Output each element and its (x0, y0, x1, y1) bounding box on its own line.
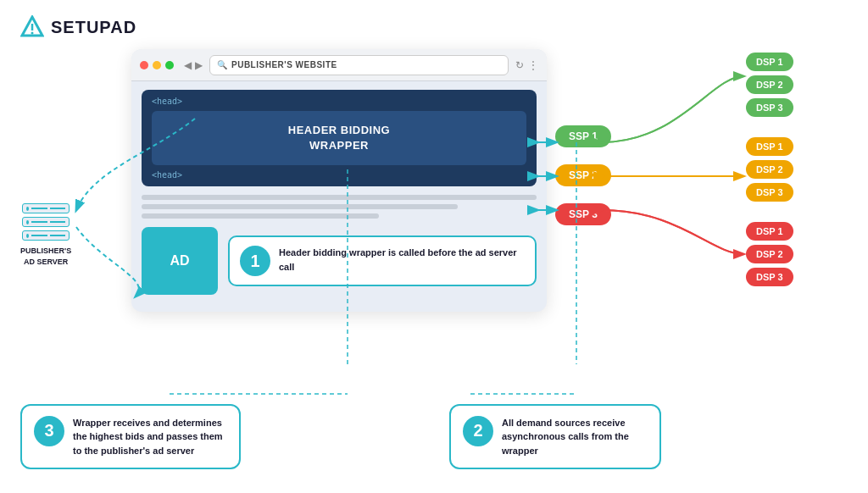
arrow-ad-server-to-browser (76, 227, 139, 296)
step2-callout: 2 All demand sources receive asynchronou… (449, 404, 661, 470)
logo-text: SETUPAD (51, 18, 136, 37)
server-line-4 (50, 221, 65, 223)
header-bidding-box: HEADER BIDDING WRAPPER (152, 111, 526, 165)
server-line (31, 208, 47, 209)
logo-icon (20, 15, 44, 39)
content-line-1 (142, 195, 537, 200)
server-line-6 (50, 235, 65, 236)
step1-number: 1 (240, 246, 270, 276)
browser-toolbar: ◀ ▶ 🔍 PUBLISHER'S WEBSITE ↻ ⋮ (131, 49, 547, 81)
step3-text: Wrapper receives and determines the high… (73, 416, 227, 458)
dot-green (165, 61, 174, 69)
head-tag-close: <head> (152, 170, 526, 180)
ssp1-to-dsp-green (602, 76, 743, 142)
server-line-3 (31, 221, 47, 223)
server-led (26, 207, 29, 211)
step3-number: 3 (34, 416, 64, 446)
ssp-container: SSP 1 SSP 2 SSP 3 (555, 125, 611, 225)
dsp-green-1: DSP 1 (746, 53, 793, 71)
browser-address-bar[interactable]: 🔍 PUBLISHER'S WEBSITE (209, 55, 509, 75)
browser-window: ◀ ▶ 🔍 PUBLISHER'S WEBSITE ↻ ⋮ <head> HEA… (131, 49, 547, 312)
ssp-3: SSP 3 (555, 203, 611, 225)
dsp-red-1: DSP 1 (746, 222, 793, 241)
dsp-yellow-1: DSP 1 (746, 137, 793, 156)
server-rack-2 (22, 217, 70, 227)
server-led-2 (26, 220, 29, 224)
dsp-green-2: DSP 2 (746, 75, 793, 94)
dot-red (140, 61, 148, 69)
dsp-yellow-2: DSP 2 (746, 160, 793, 179)
dsp-yellow-3: DSP 3 (746, 183, 793, 202)
menu-icon[interactable]: ⋮ (528, 59, 538, 71)
browser-actions: ↻ ⋮ (515, 59, 538, 71)
address-text: PUBLISHER'S WEBSITE (231, 60, 337, 69)
ssp3-to-dsp-red-back (602, 210, 743, 254)
ssp3-to-dsp-red (602, 210, 743, 254)
ad-box: AD (142, 227, 218, 295)
server-line-5 (31, 235, 47, 236)
dsp-red-group: DSP 1 DSP 2 DSP 3 (746, 222, 793, 286)
browser-content: <head> HEADER BIDDING WRAPPER <head> AD … (131, 90, 547, 295)
header-bidding-text: HEADER BIDDING WRAPPER (160, 123, 518, 153)
ssp1-to-dsp-green-back (602, 76, 743, 142)
refresh-icon[interactable]: ↻ (515, 59, 524, 71)
logo: SETUPAD (20, 15, 136, 39)
server-line-2 (50, 208, 65, 209)
dsp-green-group: DSP 1 DSP 2 DSP 3 (746, 53, 793, 117)
ssp-1: SSP 1 (555, 125, 611, 147)
dsp-green-3: DSP 3 (746, 98, 793, 117)
dsp-red-3: DSP 3 (746, 268, 793, 286)
head-tag-open: <head> (152, 97, 526, 106)
dot-yellow (153, 61, 161, 69)
ssp-2: SSP 2 (555, 164, 611, 186)
step2-text: All demand sources receive asynchronous … (502, 416, 648, 458)
browser-nav: ◀ ▶ (184, 59, 203, 71)
browser-dots (140, 61, 174, 69)
search-icon: 🔍 (217, 60, 227, 69)
ad-row: AD 1 Header bidding wrapper is called be… (142, 227, 537, 295)
server-rack-3 (22, 230, 70, 241)
nav-forward[interactable]: ▶ (195, 59, 203, 71)
dsp-yellow-group: DSP 1 DSP 2 DSP 3 (746, 137, 793, 202)
nav-back[interactable]: ◀ (184, 59, 192, 71)
content-lines (142, 195, 537, 219)
dsp-red-2: DSP 2 (746, 245, 793, 263)
step1-text: Header bidding wrapper is called before … (279, 246, 525, 274)
ad-server-label: PUBLISHER'S AD SERVER (20, 246, 71, 267)
content-line-3 (142, 213, 379, 219)
svg-point-2 (31, 32, 34, 35)
step1-callout: 1 Header bidding wrapper is called befor… (228, 235, 537, 286)
server-led-3 (26, 234, 29, 238)
head-section: <head> HEADER BIDDING WRAPPER <head> (142, 90, 537, 186)
step3-callout: 3 Wrapper receives and determines the hi… (20, 404, 241, 470)
server-icon (22, 203, 70, 241)
content-line-2 (142, 204, 458, 209)
server-rack-1 (22, 203, 70, 213)
step2-number: 2 (463, 416, 493, 446)
ad-server: PUBLISHER'S AD SERVER (20, 203, 71, 267)
